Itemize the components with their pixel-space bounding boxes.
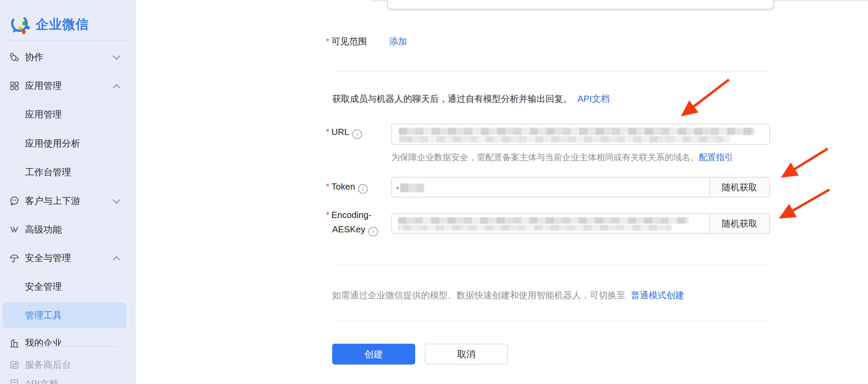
logo: 企业微信 [10, 14, 89, 34]
sidebar-item-api-docs[interactable]: API文档 [0, 373, 136, 384]
info-icon[interactable]: i [368, 227, 378, 236]
bot-description-text: 获取成员与机器人的聊天后，通过自有模型分析并输出回复。API文档 [332, 93, 610, 105]
sidebar-subitem-workbench-management[interactable]: 工作台管理 [0, 161, 136, 183]
sidebar-item-label: 安全与管理 [25, 252, 71, 264]
redacted-aeskey-value [398, 225, 672, 231]
section-divider [332, 71, 770, 72]
sidebar-item-label: 协作 [25, 51, 43, 63]
redacted-token-value [400, 183, 424, 192]
sidebar-item-label: 服务商后台 [25, 359, 71, 371]
config-guide-link[interactable]: 配置指引 [699, 152, 733, 162]
sidebar-item-customers[interactable]: 客户与上下游 [0, 190, 136, 212]
sidebar-item-label: 应用使用分析 [25, 137, 80, 150]
aeskey-label: *Encoding- AESKeyi [326, 208, 378, 236]
token-input[interactable] [392, 178, 709, 197]
partial-textarea-above[interactable] [387, 0, 774, 10]
sidebar-divider [8, 40, 127, 41]
umbrella-icon [9, 252, 20, 263]
redacted-url-value [399, 128, 754, 135]
sidebar-item-label: 我的企业 [25, 337, 62, 349]
apps-grid-icon [9, 80, 20, 91]
url-help-text: 为保障企业数据安全，需配置备案主体与当前企业主体相同或有关联关系的域名。配置指引 [391, 152, 733, 163]
sidebar-item-label: 工作台管理 [25, 166, 71, 178]
sidebar-item-security-management[interactable]: 安全与管理 [0, 247, 136, 269]
sidebar-item-app-management[interactable]: 应用管理 [0, 75, 136, 97]
section-divider [332, 265, 770, 265]
chevron-down-icon [113, 196, 121, 204]
token-label: *Tokeni [326, 181, 368, 194]
logo-text: 企业微信 [36, 16, 89, 33]
double-v-icon [9, 224, 20, 235]
sidebar-item-service-provider-console[interactable]: 服务商后台 [0, 354, 136, 376]
arrow-to-token-random-button [783, 149, 828, 177]
redacted-url-value [399, 136, 731, 142]
arrow-to-url-input [682, 80, 729, 115]
sidebar-item-label: 应用管理 [25, 108, 62, 121]
sidebar: 企业微信 协作 应用管理 应用管理 应用使用分析 [0, 0, 136, 384]
redacted-token-value [397, 187, 398, 189]
sidebar-item-label: 安全管理 [25, 280, 62, 293]
chevron-down-icon [113, 52, 121, 60]
cancel-button[interactable]: 取消 [425, 344, 508, 365]
building-icon [9, 338, 20, 348]
service-sliders-icon [9, 359, 20, 370]
add-visible-range-link[interactable]: 添加 [389, 36, 407, 47]
sidebar-subitem-management-tools-selected[interactable]: 管理工具 [3, 302, 126, 328]
sidebar-item-advanced-features[interactable]: 高级功能 [0, 219, 136, 241]
sidebar-item-label: 客户与上下游 [25, 195, 80, 207]
sidebar-item-collaboration[interactable]: 协作 [0, 46, 136, 68]
api-docs-link[interactable]: API文档 [578, 94, 610, 104]
chevron-up-icon [113, 256, 121, 264]
sidebar-item-my-company[interactable]: 我的企业 [0, 332, 136, 354]
sidebar-subitem-security-management[interactable]: 安全管理 [0, 276, 136, 298]
sidebar-item-label: 管理工具 [25, 309, 62, 321]
collaboration-nodes-icon [9, 52, 20, 63]
required-asterisk: * [326, 182, 329, 191]
chat-smile-icon [9, 195, 20, 206]
sidebar-bottom-divider [25, 346, 117, 347]
url-input[interactable] [391, 124, 770, 145]
chevron-up-icon [113, 84, 121, 92]
sidebar-subitem-app-usage-analysis[interactable]: 应用使用分析 [0, 133, 136, 154]
required-asterisk: * [326, 37, 329, 46]
normal-mode-create-link[interactable]: 普通模式创建 [631, 290, 684, 300]
api-document-icon [9, 379, 20, 384]
sidebar-item-label: API文档 [25, 378, 58, 384]
aeskey-input[interactable] [392, 214, 709, 233]
sidebar-item-label: 应用管理 [25, 80, 62, 92]
section-divider [332, 320, 770, 320]
visible-range-label: *可见范围 [326, 36, 367, 47]
switch-mode-note: 如需通过企业微信提供的模型、数据快速创建和使用智能机器人，可切换至普通模式创建 [332, 289, 684, 301]
aeskey-input-group: 随机获取 [391, 213, 770, 234]
sidebar-subitem-app-management[interactable]: 应用管理 [0, 104, 136, 125]
info-icon[interactable]: i [352, 129, 362, 139]
url-label: *URLi [326, 127, 362, 139]
arrow-to-aeskey-random-button [781, 190, 829, 218]
required-asterisk: * [326, 127, 329, 137]
required-asterisk: * [326, 210, 329, 220]
sidebar-item-label: 高级功能 [25, 223, 62, 236]
info-icon[interactable]: i [358, 184, 368, 194]
token-random-generate-button[interactable]: 随机获取 [709, 178, 769, 197]
create-button[interactable]: 创建 [332, 344, 415, 365]
main-content: *可见范围 添加 获取成员与机器人的聊天后，通过自有模型分析并输出回复。API文… [136, 0, 868, 384]
aeskey-random-generate-button[interactable]: 随机获取 [709, 214, 769, 233]
token-input-group: 随机获取 [391, 177, 770, 197]
redacted-aeskey-value [398, 217, 689, 224]
wecom-logo-icon [10, 14, 32, 34]
